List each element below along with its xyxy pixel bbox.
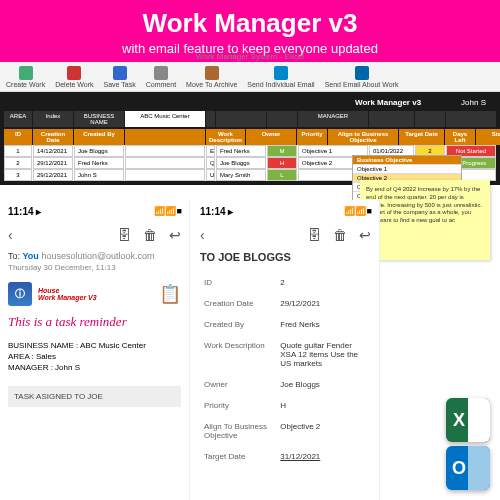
business-name-cell[interactable]: ABC Music Center xyxy=(125,111,205,127)
task-assigned-box: TASK ASIGNED TO JOE xyxy=(8,386,181,407)
delete-icon xyxy=(67,66,81,80)
archive-icon xyxy=(205,66,219,80)
excel-ribbon: Create Work Delete Work Save Task Commen… xyxy=(0,62,500,92)
reply-icon[interactable]: ↩ xyxy=(169,227,181,243)
signal-wifi-battery-icon: 📶 📶 ■ xyxy=(154,206,181,217)
window-title: Work Manager System - Excel xyxy=(196,52,304,61)
label-area: AREA xyxy=(4,111,32,127)
email-toolbar: ‹ 🗄 🗑 ↩ xyxy=(8,223,181,247)
ribbon-send-email[interactable]: Send Individual Email xyxy=(247,66,314,88)
detail-row: Target Date31/12/2021 xyxy=(202,447,369,466)
signal-wifi-battery-icon: 📶 📶 ■ xyxy=(344,206,371,217)
notes-icon: 📋 xyxy=(159,283,181,305)
email-logo: ⓘ HouseWork Manager V3 📋 xyxy=(8,282,181,306)
clock: 11:14 ▸ xyxy=(8,206,41,217)
archive-icon[interactable]: 🗄 xyxy=(117,227,131,243)
detail-row: Work DescriptionQuote guitar Fender XSA … xyxy=(202,336,369,373)
status-bar: 11:14 ▸ 📶 📶 ■ xyxy=(200,204,371,223)
email-toolbar: ‹ 🗄 🗑 ↩ xyxy=(200,223,371,247)
business-info: BUSINESS NAME : ABC Music Center AREA : … xyxy=(8,340,181,374)
outlook-app-icon: O xyxy=(446,446,490,490)
task-detail-table: ID2 Creation Date29/12/2021 Created ByFr… xyxy=(200,271,371,468)
email-date: Thursday 30 December, 11:13 xyxy=(8,263,181,272)
archive-icon[interactable]: 🗄 xyxy=(307,227,321,243)
sheet-owner: John S xyxy=(461,98,486,107)
detail-row: Created ByFred Nerks xyxy=(202,315,369,334)
ribbon-delete-work[interactable]: Delete Work xyxy=(55,66,93,88)
phone-email-2: 11:14 ▸ 📶 📶 ■ ‹ 🗄 🗑 ↩ TO JOE BLOGGS ID2 … xyxy=(190,200,380,500)
dropdown-header: Business Objective xyxy=(353,156,461,165)
column-headers: ID Creation Date Created By Work Descrip… xyxy=(4,129,496,145)
phone-previews: 11:14 ▸ 📶 📶 ■ ‹ 🗄 🗑 ↩ To: You housesolut… xyxy=(0,200,500,500)
ribbon-create-work[interactable]: Create Work xyxy=(6,66,45,88)
detail-row: Align To Business ObjectiveObjective 2 xyxy=(202,417,369,445)
detail-row: PriorityH xyxy=(202,396,369,415)
save-icon xyxy=(113,66,127,80)
phone-email-1: 11:14 ▸ 📶 📶 ■ ‹ 🗄 🗑 ↩ To: You housesolut… xyxy=(0,200,190,500)
back-icon[interactable]: ‹ xyxy=(8,227,13,243)
promo-title: Work Manager v3 xyxy=(0,8,500,39)
top-label-row: AREA Index BUSINESS NAME ABC Music Cente… xyxy=(4,109,496,129)
ribbon-move-archive[interactable]: Move To Archive xyxy=(186,66,237,88)
ribbon-send-email-work[interactable]: Send Email About Work xyxy=(325,66,399,88)
email-to-line: To: You housesolution@outlook.com xyxy=(8,251,181,261)
trash-icon[interactable]: 🗑 xyxy=(333,227,347,243)
detail-row: ID2 xyxy=(202,273,369,292)
reminder-heading: This is a task reminder xyxy=(8,314,181,330)
mail-icon xyxy=(274,66,288,80)
target-date-link[interactable]: 31/12/2021 xyxy=(278,447,369,466)
email-recipient: TO JOE BLOGGS xyxy=(200,247,371,267)
excel-app-icon: X xyxy=(446,398,490,442)
label-index: Index xyxy=(33,111,73,127)
mail-all-icon xyxy=(355,66,369,80)
detail-row: Creation Date29/12/2021 xyxy=(202,294,369,313)
plus-icon xyxy=(19,66,33,80)
app-icons-stack: X O xyxy=(446,398,490,490)
sheet-brand: Work Manager v3 xyxy=(355,98,421,107)
comment-icon xyxy=(154,66,168,80)
ribbon-comment[interactable]: Comment xyxy=(146,66,176,88)
ribbon-save-task[interactable]: Save Task xyxy=(104,66,136,88)
label-business: BUSINESS NAME xyxy=(74,111,124,127)
dropdown-option[interactable]: Objective 1 xyxy=(353,165,461,174)
trash-icon[interactable]: 🗑 xyxy=(143,227,157,243)
ihouse-logo-icon: ⓘ xyxy=(8,282,32,306)
detail-row: OwnerJoe Bloggs xyxy=(202,375,369,394)
status-bar: 11:14 ▸ 📶 📶 ■ xyxy=(8,204,181,223)
clock: 11:14 ▸ xyxy=(200,206,233,217)
label-manager: MANAGER xyxy=(298,111,368,127)
back-icon[interactable]: ‹ xyxy=(200,227,205,243)
reply-icon[interactable]: ↩ xyxy=(359,227,371,243)
